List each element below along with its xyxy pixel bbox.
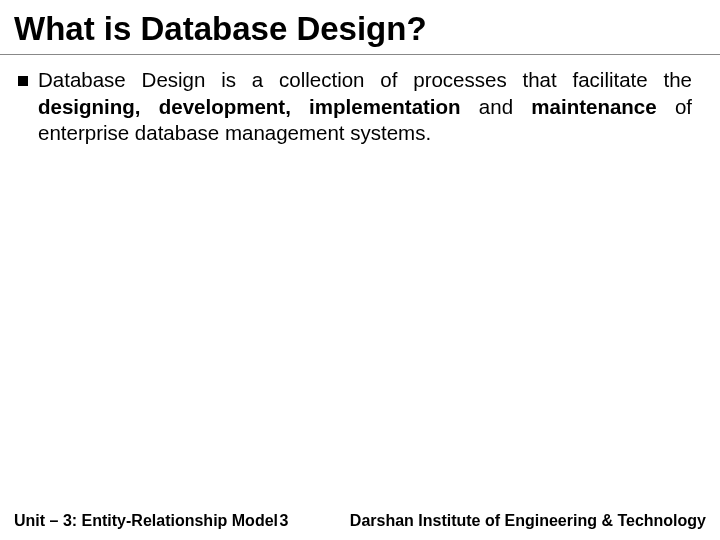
footer-unit: Unit – 3: Entity-Relationship Model <box>14 512 278 530</box>
content-area: Database Design is a collection of proce… <box>0 63 720 147</box>
divider <box>0 54 720 55</box>
bullet-item: Database Design is a collection of proce… <box>18 67 692 147</box>
text-segment: Database Design is a collection of proce… <box>38 68 692 91</box>
bullet-marker <box>18 76 28 86</box>
bullet-text: Database Design is a collection of proce… <box>38 67 692 147</box>
footer: Unit – 3: Entity-Relationship Model 3 Da… <box>0 512 720 530</box>
footer-page-number: 3 <box>278 512 350 530</box>
bold-segment: designing, development, implementation <box>38 95 461 118</box>
footer-institute: Darshan Institute of Engineering & Techn… <box>350 512 706 530</box>
slide: What is Database Design? Database Design… <box>0 0 720 540</box>
bold-segment: maintenance <box>531 95 656 118</box>
slide-title: What is Database Design? <box>0 0 720 54</box>
text-segment: and <box>461 95 532 118</box>
